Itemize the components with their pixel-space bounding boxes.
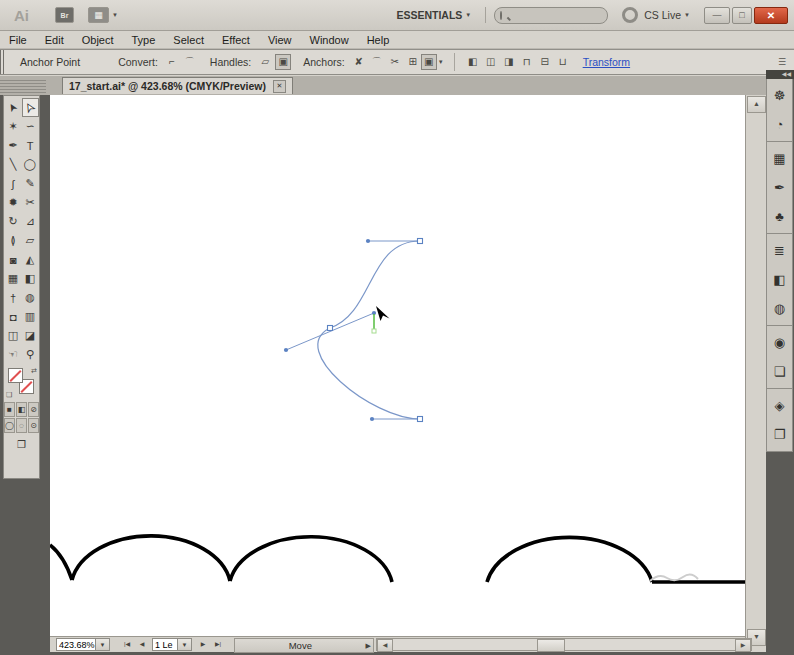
magic-wand-tool[interactable]: ✶: [5, 117, 22, 136]
color-panel-button[interactable]: ☸: [767, 81, 792, 110]
control-panel-menu-icon[interactable]: ☰: [778, 57, 786, 67]
line-segment-tool[interactable]: ╲: [5, 155, 22, 174]
stroke-panel-button[interactable]: ≣: [767, 236, 792, 265]
menu-file[interactable]: File: [0, 34, 36, 46]
artboard-canvas[interactable]: [50, 95, 745, 636]
vertical-align-top-button[interactable]: ⊓: [519, 54, 535, 70]
menu-edit[interactable]: Edit: [36, 34, 73, 46]
bezier-segment-upper[interactable]: [330, 241, 420, 328]
dock-collapse-button[interactable]: ◀◀: [766, 70, 794, 79]
document-tab[interactable]: 17_start.ai* @ 423.68% (CMYK/Preview) ✕: [62, 77, 293, 94]
anchor-point-top[interactable]: [418, 239, 423, 244]
shape-builder-tool[interactable]: ◙: [5, 250, 22, 269]
gradient-tool[interactable]: ◧: [22, 269, 39, 288]
scroll-up-icon[interactable]: ▲: [747, 96, 766, 113]
menu-object[interactable]: Object: [73, 34, 123, 46]
screen-mode-button[interactable]: ❐: [13, 437, 31, 452]
horizontal-align-right-button[interactable]: ◨: [501, 54, 517, 70]
show-handles-button[interactable]: ▱: [257, 54, 273, 70]
fill-swatch-none[interactable]: [8, 368, 23, 383]
artboard-navigation-combo[interactable]: 1 Le ▼: [152, 638, 192, 651]
search-box[interactable]: [494, 7, 608, 24]
selection-tool[interactable]: ➤: [5, 98, 22, 117]
scissors-tool[interactable]: ✂: [22, 193, 39, 212]
blob-brush-tool[interactable]: ✹: [5, 193, 22, 212]
last-artboard-button[interactable]: ▶|: [211, 638, 225, 651]
vertical-align-middle-button[interactable]: ⊟: [537, 54, 553, 70]
zoom-level-value[interactable]: 423.68%: [56, 638, 96, 651]
width-tool[interactable]: ≬: [5, 231, 22, 250]
horizontal-align-left-button[interactable]: ◧: [465, 54, 481, 70]
draw-inside-button[interactable]: ⊙: [28, 418, 39, 433]
minimize-button[interactable]: —: [704, 7, 730, 24]
brushes-panel-button[interactable]: ✒: [767, 173, 792, 202]
pen-tool[interactable]: ✒: [5, 136, 22, 155]
vertical-scrollbar[interactable]: ▲ ▼: [745, 95, 765, 647]
previous-artboard-button[interactable]: ◀: [135, 638, 149, 651]
cut-path-button[interactable]: ✂: [387, 54, 403, 70]
color-guide-panel-button[interactable]: ◔: [767, 110, 792, 139]
color-button[interactable]: ■: [4, 402, 15, 417]
menu-effect[interactable]: Effect: [213, 34, 259, 46]
free-transform-tool[interactable]: ▱: [22, 231, 39, 250]
toolbar-dock-grip[interactable]: [0, 78, 46, 95]
gradient-button[interactable]: ◧: [16, 402, 27, 417]
gradient-panel-button[interactable]: ◧: [767, 265, 792, 294]
swap-fill-stroke-icon[interactable]: ⇄: [31, 367, 37, 375]
zoom-tool[interactable]: ⚲: [22, 345, 39, 364]
hand-tool[interactable]: ☜: [5, 345, 22, 364]
convert-to-corner-button[interactable]: ⌐: [164, 54, 180, 70]
next-artboard-button[interactable]: ▶: [196, 638, 210, 651]
zoom-combo-arrow-icon[interactable]: ▼: [96, 638, 110, 651]
workspace-switcher-button[interactable]: ESSENTIALS ▼: [390, 6, 477, 24]
bridge-button[interactable]: Br: [55, 7, 74, 23]
handle-dot-bottom[interactable]: [370, 417, 374, 421]
graphic-styles-panel-button[interactable]: ❏: [767, 357, 792, 386]
horizontal-scrollbar-thumb[interactable]: [537, 639, 565, 652]
status-menu-icon[interactable]: ▶: [366, 642, 371, 650]
swatches-panel-button[interactable]: ▦: [767, 144, 792, 173]
isolate-dropdown-icon[interactable]: ▼: [438, 59, 444, 65]
bezier-segment-lower[interactable]: [318, 328, 420, 419]
default-fill-stroke-icon[interactable]: ❏: [6, 391, 12, 399]
artboard-tool[interactable]: ◫: [5, 326, 22, 345]
symbols-panel-button[interactable]: ♣: [767, 202, 792, 231]
vertical-align-bottom-button[interactable]: ⊔: [555, 54, 571, 70]
menu-help[interactable]: Help: [358, 34, 399, 46]
menu-type[interactable]: Type: [123, 34, 165, 46]
artboard-combo-arrow-icon[interactable]: ▼: [178, 638, 192, 651]
anchor-point-bottom[interactable]: [418, 417, 423, 422]
green-drag-handle-end[interactable]: [372, 329, 376, 333]
horizontal-align-center-button[interactable]: ◫: [483, 54, 499, 70]
anchor-constrain-button[interactable]: ⊞: [405, 54, 421, 70]
zoom-level-combo[interactable]: 423.68% ▼: [56, 638, 110, 651]
eyedropper-tool[interactable]: †: [5, 288, 22, 307]
arrange-documents-dropdown-icon[interactable]: ▼: [112, 12, 118, 18]
draw-behind-button[interactable]: ◌: [16, 418, 27, 433]
appearance-panel-button[interactable]: ◉: [767, 328, 792, 357]
transparency-panel-button[interactable]: ◍: [767, 294, 792, 323]
hide-handles-button[interactable]: ▣: [275, 54, 291, 70]
menu-window[interactable]: Window: [301, 34, 358, 46]
maximize-button[interactable]: □: [732, 7, 752, 24]
anchor-point-middle[interactable]: [328, 326, 333, 331]
direct-selection-tool[interactable]: ➤: [22, 98, 39, 117]
menu-view[interactable]: View: [259, 34, 301, 46]
ellipse-tool[interactable]: ◯: [22, 155, 39, 174]
column-graph-tool[interactable]: ▥: [22, 307, 39, 326]
mesh-tool[interactable]: ▦: [5, 269, 22, 288]
layers-panel-button[interactable]: ◈: [767, 391, 792, 420]
handle-dot-top[interactable]: [366, 239, 370, 243]
transform-link[interactable]: Transform: [583, 56, 630, 68]
handle-dot-middle-left[interactable]: [284, 348, 288, 352]
rotate-tool[interactable]: ↻: [5, 212, 22, 231]
artboards-panel-button[interactable]: ❐: [767, 420, 792, 449]
remove-selected-anchors-button[interactable]: ✘: [351, 54, 367, 70]
blend-tool[interactable]: ◍: [22, 288, 39, 307]
arrange-documents-button[interactable]: ▦: [88, 7, 109, 23]
scroll-right-icon[interactable]: ▶: [735, 639, 751, 652]
scale-tool[interactable]: ⊿: [22, 212, 39, 231]
close-button[interactable]: ✕: [754, 7, 788, 24]
connect-selected-endpoints-button[interactable]: ⌒: [369, 54, 385, 70]
none-button[interactable]: ⊘: [28, 402, 39, 417]
